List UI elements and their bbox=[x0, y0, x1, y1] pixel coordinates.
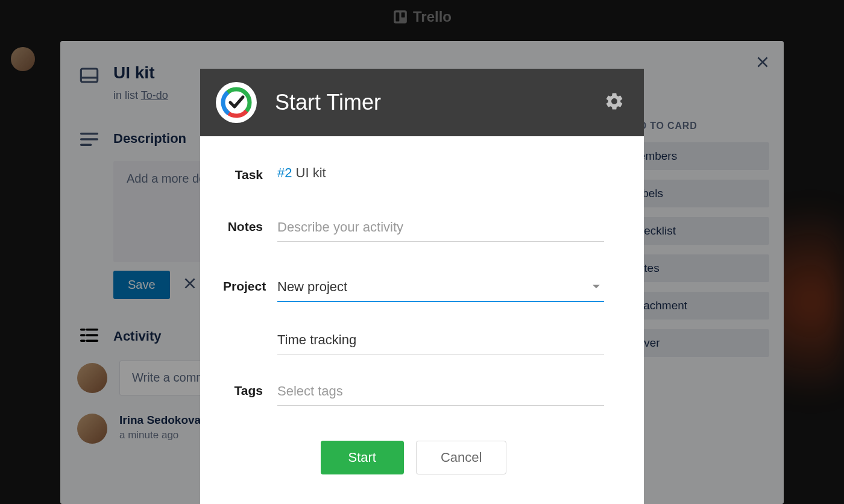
avatar[interactable] bbox=[11, 47, 35, 71]
activity-icon bbox=[80, 328, 99, 345]
card-icon bbox=[80, 68, 99, 82]
save-button[interactable]: Save bbox=[113, 271, 170, 299]
brand-logo: Trello bbox=[392, 8, 452, 25]
timer-modal-title: Start Timer bbox=[275, 90, 586, 115]
list-prefix: in list bbox=[113, 89, 141, 101]
tmetric-logo bbox=[216, 82, 257, 123]
avatar[interactable] bbox=[77, 414, 107, 444]
chevron-down-icon[interactable] bbox=[592, 283, 600, 294]
description-icon bbox=[80, 132, 99, 146]
notes-input[interactable] bbox=[277, 217, 604, 242]
project-label: Project bbox=[223, 277, 277, 294]
task-number[interactable]: #2 bbox=[277, 165, 292, 180]
close-card-button[interactable] bbox=[755, 54, 770, 72]
svg-rect-2 bbox=[402, 12, 405, 17]
trello-icon bbox=[392, 9, 408, 25]
activity-heading: Activity bbox=[113, 329, 161, 344]
task-label: Task bbox=[223, 165, 277, 182]
gear-icon bbox=[604, 91, 625, 112]
avatar[interactable] bbox=[77, 363, 107, 393]
list-link[interactable]: To-do bbox=[141, 89, 168, 101]
activity-user[interactable]: Irina Sedokova bbox=[119, 414, 201, 427]
start-timer-button[interactable]: Start bbox=[321, 441, 404, 474]
card-list-location: in list To-do bbox=[113, 89, 168, 102]
start-timer-modal: Start Timer Task #2 UI kit Notes Project bbox=[200, 69, 644, 504]
task-value: #2 UI kit bbox=[277, 165, 604, 181]
task-name: UI kit bbox=[296, 165, 326, 180]
description-heading: Description bbox=[113, 131, 186, 146]
svg-rect-3 bbox=[81, 69, 97, 82]
timer-modal-header: Start Timer bbox=[200, 69, 644, 136]
tmetric-icon bbox=[221, 87, 252, 118]
topbar: Trello bbox=[0, 0, 844, 34]
project-sub-input[interactable] bbox=[277, 330, 604, 354]
close-icon bbox=[755, 54, 770, 70]
timer-settings-button[interactable] bbox=[604, 91, 625, 114]
svg-rect-1 bbox=[395, 12, 399, 21]
project-select[interactable] bbox=[277, 277, 604, 302]
cancel-description-button[interactable] bbox=[182, 276, 198, 294]
tags-input[interactable] bbox=[277, 381, 604, 406]
card-title[interactable]: UI kit bbox=[113, 63, 168, 83]
tags-label: Tags bbox=[223, 381, 277, 398]
activity-time: a minute ago bbox=[119, 429, 201, 441]
notes-label: Notes bbox=[223, 217, 277, 234]
brand-text: Trello bbox=[413, 8, 452, 25]
close-icon bbox=[182, 276, 198, 291]
cancel-timer-button[interactable]: Cancel bbox=[416, 441, 506, 474]
sidebar-heading: ADD TO CARD bbox=[625, 121, 769, 131]
